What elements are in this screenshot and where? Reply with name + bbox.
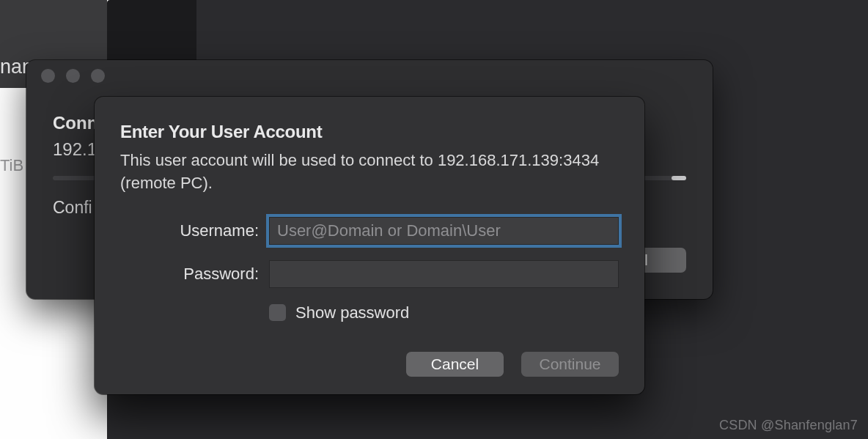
user-account-dialog: Enter Your User Account This user accoun…: [95, 97, 644, 394]
show-password-row: Show password: [269, 303, 619, 322]
continue-button-label: Continue: [539, 355, 600, 373]
username-input[interactable]: [269, 217, 619, 245]
credentials-form: Username: Password: Show password: [120, 217, 619, 322]
password-label: Password:: [120, 265, 269, 284]
show-password-label: Show password: [295, 303, 409, 322]
close-icon[interactable]: [41, 69, 55, 83]
username-row: Username:: [120, 217, 619, 245]
password-input[interactable]: [269, 260, 619, 288]
cancel-button-label: Cancel: [431, 355, 479, 373]
cancel-button[interactable]: Cancel: [406, 352, 504, 377]
show-password-checkbox[interactable]: [269, 304, 286, 321]
progress-bar-fill: [672, 176, 686, 180]
password-row: Password:: [120, 260, 619, 288]
dialog-title: Enter Your User Account: [120, 122, 619, 142]
dialog-description: This user account will be used to connec…: [120, 150, 619, 195]
continue-button[interactable]: Continue: [521, 352, 619, 377]
background-sidebar-label: TiB: [0, 156, 23, 175]
window-titlebar[interactable]: [26, 60, 713, 91]
username-label: Username:: [120, 221, 269, 240]
watermark-text: CSDN @Shanfenglan7: [719, 418, 858, 433]
minimize-icon[interactable]: [66, 69, 80, 83]
dialog-button-row: Cancel Continue: [406, 352, 619, 377]
zoom-icon[interactable]: [91, 69, 105, 83]
